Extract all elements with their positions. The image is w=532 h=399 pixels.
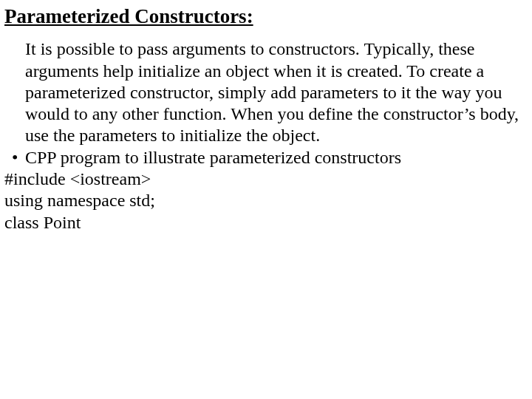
- code-line-2: using namespace std;: [4, 190, 520, 211]
- bullet-icon: •: [12, 147, 25, 168]
- code-line-3: class Point: [4, 212, 520, 233]
- slide-title: Parameterized Constructors:: [4, 4, 525, 28]
- bullet-text: CPP program to illustrate parameterized …: [25, 147, 401, 168]
- slide: Parameterized Constructors: It is possib…: [0, 0, 532, 399]
- bullet-item: • CPP program to illustrate parameterize…: [12, 147, 520, 168]
- slide-body: It is possible to pass arguments to cons…: [4, 38, 525, 233]
- code-line-1: #include <iostream>: [4, 168, 520, 190]
- intro-paragraph: It is possible to pass arguments to cons…: [25, 38, 520, 146]
